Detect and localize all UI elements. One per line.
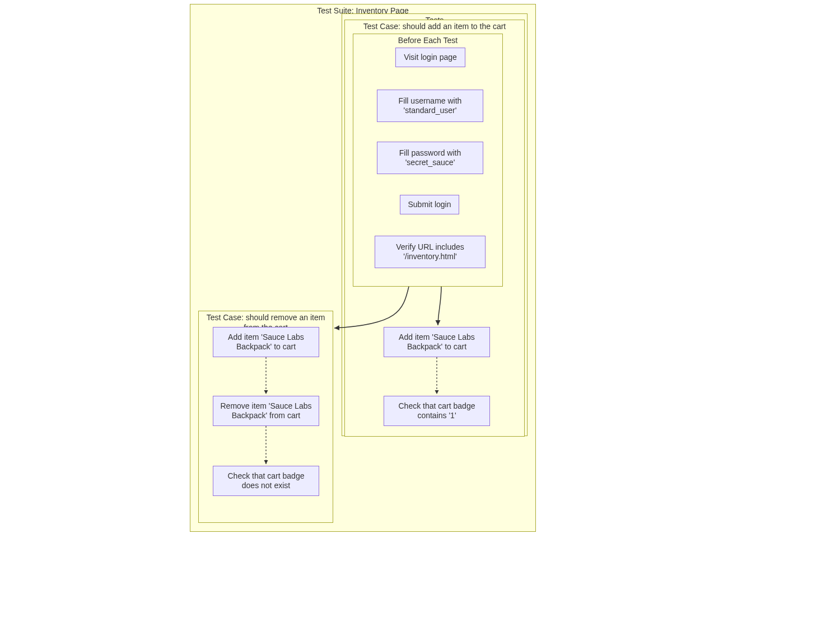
node-visit-login: Visit login page — [395, 48, 465, 67]
node-fill-username: Fill username with 'standard_user' — [377, 90, 483, 122]
node-submit-login: Submit login — [400, 195, 459, 214]
subgraph-title-before-each: Before Each Test — [353, 34, 502, 48]
node-add-backpack-2: Add item 'Sauce Labs Backpack' to cart — [213, 327, 319, 357]
node-add-backpack-1: Add item 'Sauce Labs Backpack' to cart — [384, 327, 490, 357]
node-remove-backpack: Remove item 'Sauce Labs Backpack' from c… — [213, 396, 319, 426]
subgraph-title-test-add: Test Case: should add an item to the car… — [345, 20, 524, 34]
node-fill-password: Fill password with 'secret_sauce' — [377, 142, 483, 174]
node-verify-url: Verify URL includes '/inventory.html' — [375, 236, 486, 268]
node-check-badge-1: Check that cart badge contains '1' — [384, 396, 490, 426]
node-check-badge-not-exist: Check that cart badge does not exist — [213, 466, 319, 496]
